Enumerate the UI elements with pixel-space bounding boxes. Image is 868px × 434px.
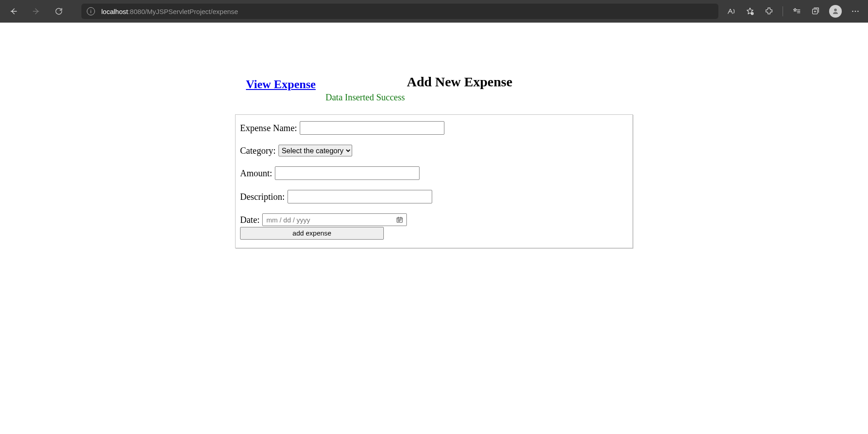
star-list-icon	[792, 7, 801, 16]
forward-button[interactable]	[27, 2, 45, 20]
row-expense-name: Expense Name:	[240, 121, 628, 135]
person-icon	[831, 7, 840, 15]
svg-point-4	[858, 11, 859, 12]
add-expense-button[interactable]: add expense	[240, 227, 384, 240]
extensions-button[interactable]	[764, 6, 774, 17]
description-input[interactable]	[288, 190, 432, 203]
star-add-icon	[745, 7, 755, 16]
view-expense-link[interactable]: View Expense	[246, 78, 316, 91]
svg-point-2	[852, 11, 854, 12]
status-message: Data Inserted Success	[326, 92, 633, 103]
svg-point-3	[855, 11, 856, 12]
favorite-button[interactable]	[745, 6, 755, 17]
arrow-left-icon	[9, 7, 18, 16]
date-label: Date:	[240, 215, 259, 225]
read-aloud-icon	[726, 7, 736, 16]
favorites-list-button[interactable]	[791, 6, 802, 17]
collections-icon	[811, 7, 820, 16]
row-date: Date:	[240, 213, 628, 226]
svg-point-9	[398, 221, 399, 222]
amount-input[interactable]	[275, 166, 420, 180]
read-aloud-button[interactable]	[726, 6, 736, 17]
svg-point-6	[398, 220, 399, 220]
browser-toolbar: i localhost:8080/MyJSPServletProject/exp…	[0, 0, 868, 23]
svg-point-10	[400, 221, 400, 222]
row-description: Description:	[240, 190, 628, 203]
collections-button[interactable]	[810, 6, 821, 17]
expense-name-label: Expense Name:	[240, 123, 297, 133]
row-category: Category: Select the category	[240, 145, 628, 156]
heading-area: Add New Expense View Expense Data Insert…	[235, 33, 633, 103]
profile-button[interactable]	[829, 5, 842, 18]
svg-point-7	[400, 220, 400, 220]
description-label: Description:	[240, 192, 285, 202]
site-info-icon[interactable]: i	[87, 7, 95, 15]
row-amount: Amount:	[240, 166, 628, 180]
refresh-button[interactable]	[50, 2, 68, 20]
page-title: Add New Expense	[407, 74, 512, 90]
address-bar[interactable]: i localhost:8080/MyJSPServletProject/exp…	[81, 4, 718, 19]
expense-name-input[interactable]	[300, 121, 444, 135]
back-button[interactable]	[5, 2, 23, 20]
category-label: Category:	[240, 146, 276, 156]
puzzle-icon	[764, 7, 774, 16]
toolbar-right	[726, 5, 861, 18]
date-input[interactable]	[262, 213, 407, 226]
arrow-right-icon	[32, 7, 41, 16]
page-body: Add New Expense View Expense Data Insert…	[0, 23, 868, 252]
amount-label: Amount:	[240, 168, 272, 179]
category-select[interactable]: Select the category	[278, 145, 352, 156]
toolbar-divider	[783, 6, 783, 16]
ellipsis-icon	[851, 7, 860, 16]
calendar-icon[interactable]	[396, 216, 403, 223]
refresh-icon	[54, 7, 63, 16]
expense-form: Expense Name: Category: Select the categ…	[235, 114, 633, 248]
url-text: localhost:8080/MyJSPServletProject/expen…	[101, 8, 238, 15]
svg-point-8	[401, 220, 401, 220]
more-button[interactable]	[850, 6, 861, 17]
